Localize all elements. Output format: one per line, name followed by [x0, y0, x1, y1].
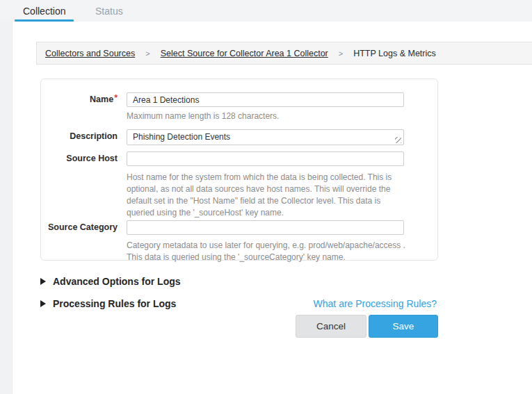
- what-are-processing-rules-link[interactable]: What are Processing Rules?: [314, 298, 437, 309]
- name-input[interactable]: [127, 92, 404, 107]
- tab-status[interactable]: Status: [87, 0, 131, 22]
- breadcrumb-link-select-source[interactable]: Select Source for Collector Area 1 Colle…: [161, 49, 328, 58]
- top-tab-bar: Collection Status: [0, 0, 532, 22]
- tab-collection-label: Collection: [23, 6, 65, 17]
- required-asterisk: *: [114, 93, 118, 103]
- advanced-options-label: Advanced Options for Logs: [53, 276, 181, 287]
- source-config-form: Name* Maximum name length is 128 charact…: [40, 79, 438, 261]
- name-label: Name*: [41, 95, 118, 104]
- source-category-label: Source Category: [41, 222, 118, 232]
- breadcrumb: Collectors and Sources > Select Source f…: [36, 42, 532, 65]
- caret-right-icon: [40, 278, 46, 285]
- left-gutter: [0, 22, 13, 394]
- save-button[interactable]: Save: [369, 315, 438, 338]
- source-host-input[interactable]: [127, 151, 404, 166]
- breadcrumb-separator: >: [339, 49, 343, 58]
- textarea-resize-grip-icon[interactable]: [395, 137, 401, 143]
- tab-status-label: Status: [95, 6, 123, 17]
- breadcrumb-link-collectors-and-sources[interactable]: Collectors and Sources: [45, 49, 135, 58]
- description-label: Description: [41, 131, 118, 141]
- breadcrumb-separator: >: [145, 49, 150, 58]
- breadcrumb-current-page: HTTP Logs & Metrics: [353, 49, 436, 58]
- tab-collection[interactable]: Collection: [15, 0, 74, 22]
- description-textarea[interactable]: Phishing Detection Events: [127, 129, 404, 145]
- advanced-options-section-toggle[interactable]: Advanced Options for Logs: [40, 276, 181, 287]
- processing-rules-label: Processing Rules for Logs: [53, 298, 176, 309]
- processing-rules-section-toggle[interactable]: Processing Rules for Logs: [40, 298, 176, 309]
- source-category-helper-text: Category metadata to use later for query…: [127, 240, 406, 263]
- source-category-input[interactable]: [127, 220, 404, 235]
- name-helper-text: Maximum name length is 128 characters.: [127, 110, 406, 122]
- source-host-label: Source Host: [41, 154, 118, 163]
- cancel-button[interactable]: Cancel: [296, 315, 366, 338]
- caret-right-icon: [40, 300, 46, 307]
- source-host-helper-text: Host name for the system from which the …: [127, 172, 406, 219]
- active-tab-underline: [15, 19, 74, 22]
